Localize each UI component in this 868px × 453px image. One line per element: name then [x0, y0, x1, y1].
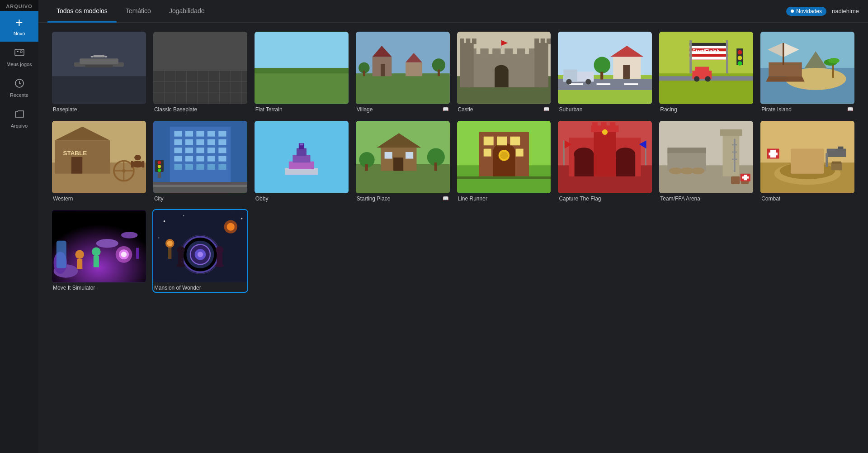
svg-rect-213 [731, 176, 740, 184]
svg-rect-128 [208, 131, 215, 136]
sidebar-label-recente: Recente [10, 92, 28, 98]
template-combat[interactable]: Combat [760, 121, 854, 203]
svg-rect-148 [208, 164, 215, 170]
svg-rect-57 [547, 38, 551, 44]
svg-rect-82 [690, 54, 729, 57]
template-suburban[interactable]: Suburban [558, 32, 652, 114]
svg-rect-160 [292, 155, 310, 162]
svg-rect-230 [826, 153, 828, 167]
svg-rect-9 [94, 55, 104, 57]
svg-point-273 [241, 218, 243, 219]
thumb-flat-terrain [255, 32, 349, 104]
svg-rect-134 [218, 139, 226, 145]
template-team-ffa-arena[interactable]: Team/FFA Arena [659, 121, 753, 203]
svg-point-249 [121, 252, 127, 257]
label-western: Western [52, 193, 146, 203]
novidades-badge[interactable]: Novidades [786, 7, 826, 16]
svg-text:STABLE: STABLE [63, 150, 87, 157]
svg-rect-45 [505, 48, 513, 57]
svg-rect-235 [769, 153, 778, 155]
label-team-ffa-arena: Team/FFA Arena [659, 193, 753, 203]
label-classic-baseplate: Classic Baseplate [153, 104, 247, 114]
svg-rect-146 [185, 164, 193, 170]
svg-point-243 [92, 247, 101, 256]
svg-rect-187 [457, 176, 551, 179]
svg-rect-251 [136, 248, 139, 258]
template-mansion-of-wonder[interactable]: Mansion of Wonder [153, 210, 247, 292]
label-obby: Obby [255, 193, 349, 203]
svg-point-268 [216, 246, 223, 254]
thumb-city [153, 121, 247, 193]
svg-point-272 [183, 215, 184, 216]
svg-rect-74 [601, 72, 604, 80]
svg-rect-142 [196, 156, 204, 161]
svg-rect-50 [460, 43, 474, 87]
templates-row-3: Move It Simulator [52, 210, 854, 292]
svg-rect-125 [174, 131, 182, 136]
svg-rect-199 [610, 122, 615, 127]
svg-rect-120 [131, 161, 133, 167]
template-starting-place[interactable]: Starting Place 📖 [356, 121, 450, 203]
svg-rect-64 [597, 83, 611, 85]
template-village[interactable]: Village 📖 [356, 32, 450, 114]
svg-rect-262 [168, 248, 171, 258]
svg-rect-89 [695, 67, 709, 72]
thumb-racing: Start/Finish [659, 32, 753, 104]
svg-point-90 [694, 76, 699, 81]
svg-rect-159 [289, 162, 314, 169]
svg-rect-172 [365, 164, 368, 171]
template-line-runner[interactable]: Line Runner [457, 121, 551, 203]
svg-rect-182 [510, 137, 520, 146]
svg-rect-136 [185, 148, 193, 153]
topbar-right: Novidades nadiehime [786, 7, 859, 16]
svg-point-108 [829, 58, 840, 63]
svg-rect-201 [564, 140, 565, 165]
svg-rect-149 [218, 164, 226, 170]
svg-rect-242 [77, 259, 82, 269]
svg-rect-2 [20, 51, 22, 52]
label-racing: Racing [659, 104, 753, 114]
svg-rect-151 [153, 185, 247, 187]
template-baseplate[interactable]: Baseplate [52, 32, 146, 114]
svg-point-270 [227, 223, 235, 230]
sidebar-label-meus-jogos: Meus jogos [6, 62, 32, 67]
template-racing[interactable]: Start/Finish [659, 32, 753, 114]
svg-point-71 [566, 79, 572, 84]
tab-jogabilidade[interactable]: Jogabilidade [160, 0, 214, 23]
label-city: City [153, 193, 247, 203]
svg-point-200 [602, 129, 608, 135]
svg-rect-131 [185, 139, 193, 145]
svg-point-49 [495, 65, 508, 74]
template-obby[interactable]: Obby [255, 121, 349, 203]
template-flat-terrain[interactable]: Flat Terrain [255, 32, 349, 114]
template-move-it-simulator[interactable]: Move It Simulator [52, 210, 146, 292]
thumb-classic-baseplate [153, 32, 247, 104]
content-area: Baseplate [38, 23, 868, 453]
template-western[interactable]: STABLE Western [52, 121, 146, 203]
label-capture-the-flag: Capture The Flag [558, 193, 652, 203]
thumb-pirate [760, 32, 854, 104]
svg-rect-27 [255, 68, 349, 73]
svg-rect-11 [104, 56, 107, 57]
label-suburban: Suburban [558, 104, 652, 114]
svg-rect-63 [569, 83, 583, 85]
svg-rect-127 [196, 131, 204, 136]
template-capture-the-flag[interactable]: Capture The Flag [558, 121, 652, 203]
sidebar-item-recente[interactable]: Recente [0, 72, 38, 103]
tab-tematico[interactable]: Temático [117, 0, 160, 23]
svg-rect-56 [540, 38, 545, 44]
template-city[interactable]: City [153, 121, 247, 203]
template-castle[interactable]: Castle 📖 [457, 32, 551, 114]
template-classic-baseplate[interactable]: Classic Baseplate [153, 32, 247, 114]
tab-todos[interactable]: Todos os modelos [47, 0, 117, 23]
svg-rect-129 [218, 131, 226, 136]
sidebar-item-arquivo[interactable]: Arquivo [0, 103, 38, 134]
thumb-obby [255, 121, 349, 193]
svg-rect-10 [91, 56, 94, 57]
svg-rect-54 [472, 38, 476, 44]
sidebar-item-new[interactable]: + Novo [0, 11, 38, 42]
sidebar-item-meus-jogos[interactable]: Meus jogos [0, 42, 38, 72]
tabs-container: Todos os modelos Temático Jogabilidade [47, 0, 214, 22]
svg-text:Start/Finish: Start/Finish [693, 48, 720, 54]
template-pirate-island[interactable]: Pirate Island 📖 [760, 32, 854, 114]
